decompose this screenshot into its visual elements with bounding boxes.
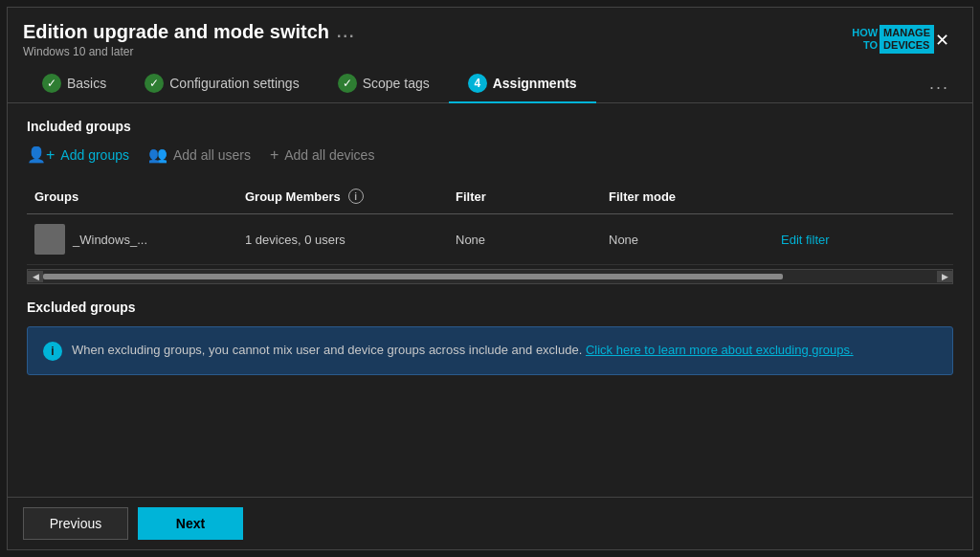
add-all-users-label: Add all users [173, 147, 251, 163]
brand-manage-devices: MANAGEDEVICES [880, 25, 934, 54]
table-header: Groups Group Members i Filter Filter mod… [27, 179, 953, 214]
brand-logo: HOWTO MANAGEDEVICES [852, 25, 934, 54]
group-members-info-icon[interactable]: i [348, 189, 364, 204]
tab-basics[interactable]: ✓ Basics [23, 64, 125, 102]
tabs-more-button[interactable]: ... [922, 66, 957, 101]
group-name-text: _Windows_... [73, 233, 147, 247]
group-members-value: 1 devices, 0 users [245, 233, 345, 247]
dialog-header: Edition upgrade and mode switch ... Wind… [8, 8, 972, 64]
content-area: Included groups 👤+ Add groups 👥 Add all … [8, 103, 972, 497]
col-header-group-members: Group Members i [237, 185, 448, 208]
cell-filter-mode: None [601, 229, 773, 251]
tab-number-assignments: 4 [468, 74, 487, 93]
add-groups-label: Add groups [60, 147, 129, 163]
info-icon: i [43, 342, 62, 361]
tab-assignments-label: Assignments [493, 76, 577, 91]
tab-configuration[interactable]: ✓ Configuration settings [125, 64, 318, 102]
add-groups-icon: 👤+ [27, 145, 55, 164]
excluded-groups-section: Excluded groups i When excluding groups,… [27, 300, 953, 375]
col-header-actions [773, 185, 953, 208]
cell-group-members: 1 devices, 0 users [237, 229, 448, 251]
dialog-footer: Previous Next [8, 497, 972, 549]
cell-group-name: _Windows_... [27, 220, 237, 258]
info-message: When excluding groups, you cannot mix us… [72, 343, 582, 357]
add-all-devices-icon: + [270, 146, 278, 164]
tab-scope-label: Scope tags [363, 76, 430, 91]
add-all-devices-label: Add all devices [284, 147, 374, 163]
add-groups-button[interactable]: 👤+ Add groups [27, 145, 129, 164]
tab-assignments[interactable]: 4 Assignments [449, 64, 596, 102]
main-dialog: Edition upgrade and mode switch ... Wind… [7, 7, 973, 550]
group-icon [34, 224, 65, 255]
cell-actions: Edit filter [773, 229, 953, 251]
info-learn-more-link[interactable]: Click here to learn more about excluding… [586, 343, 854, 357]
previous-button[interactable]: Previous [23, 507, 128, 540]
filter-value: None [456, 233, 485, 247]
title-text: Edition upgrade and mode switch [23, 21, 329, 43]
scroll-right-arrow[interactable]: ▶ [937, 271, 952, 282]
tab-basics-label: Basics [67, 76, 106, 91]
action-buttons: 👤+ Add groups 👥 Add all users + Add all … [27, 145, 953, 164]
add-all-devices-button[interactable]: + Add all devices [270, 145, 375, 164]
col-header-filter-mode: Filter mode [601, 185, 773, 208]
cell-filter: None [448, 229, 601, 251]
title-dots: ... [337, 24, 355, 41]
edit-filter-link[interactable]: Edit filter [781, 233, 830, 247]
col-header-filter: Filter [448, 185, 601, 208]
horizontal-scrollbar[interactable]: ◀ ▶ [27, 269, 953, 284]
tab-configuration-label: Configuration settings [169, 76, 299, 91]
table-row: _Windows_... 1 devices, 0 users None Non… [27, 214, 953, 265]
excluded-groups-heading: Excluded groups [27, 300, 953, 315]
tab-check-basics: ✓ [42, 74, 61, 93]
tab-check-scope: ✓ [338, 74, 357, 93]
add-all-users-button[interactable]: 👥 Add all users [148, 145, 251, 164]
scrollbar-track: ◀ ▶ [28, 272, 952, 281]
filter-mode-value: None [609, 233, 638, 247]
info-box-text: When excluding groups, you cannot mix us… [72, 341, 854, 360]
title-area: Edition upgrade and mode switch ... Wind… [23, 21, 355, 58]
dialog-subtitle: Windows 10 and later [23, 45, 355, 58]
scroll-left-arrow[interactable]: ◀ [28, 271, 43, 282]
tab-check-configuration: ✓ [145, 74, 164, 93]
tabs-bar: ✓ Basics ✓ Configuration settings ✓ Scop… [8, 64, 972, 103]
tab-scope-tags[interactable]: ✓ Scope tags [319, 64, 449, 102]
dialog-title: Edition upgrade and mode switch ... [23, 21, 355, 43]
next-button[interactable]: Next [138, 507, 243, 540]
brand-how-to: HOWTO [852, 27, 878, 52]
info-box: i When excluding groups, you cannot mix … [27, 326, 953, 375]
add-all-users-icon: 👥 [148, 145, 167, 164]
scrollbar-thumb[interactable] [43, 274, 783, 279]
col-header-groups: Groups [27, 185, 237, 208]
included-groups-heading: Included groups [27, 119, 953, 134]
